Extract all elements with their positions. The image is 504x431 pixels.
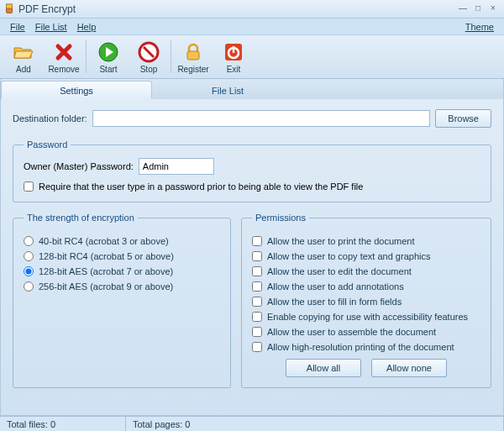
register-button[interactable]: Register (173, 37, 213, 76)
start-label: Start (99, 65, 117, 74)
exit-button[interactable]: Exit (213, 37, 254, 76)
delete-x-icon (53, 41, 75, 63)
window-title: PDF Encrypt (18, 3, 455, 15)
owner-password-input[interactable] (139, 158, 214, 175)
titlebar: PDF Encrypt — □ × (0, 0, 504, 18)
status-total-files: Total files: 0 (0, 417, 126, 431)
register-label: Register (177, 65, 208, 74)
menu-theme[interactable]: Theme (460, 20, 499, 34)
permission-label: Allow the user to copy text and graphics (267, 251, 430, 261)
require-password-label: Require that the user type in a password… (39, 181, 363, 192)
encryption-option-label: 256-bit AES (acrobat 9 or above) (39, 281, 173, 292)
remove-label: Remove (48, 65, 79, 74)
minimize-button[interactable]: — (455, 3, 470, 15)
permissions-group: Permissions Allow the user to print the … (241, 213, 491, 388)
stop-icon (138, 41, 160, 63)
permission-label: Allow the user to print the document (267, 236, 414, 246)
allow-none-button[interactable]: Allow none (371, 359, 447, 377)
owner-password-label: Owner (Master) Password: (24, 161, 134, 171)
encryption-radio-2[interactable] (24, 266, 34, 276)
encryption-option-label: 40-bit RC4 (acrobat 3 or above) (39, 236, 169, 246)
permission-label: Allow the user to assemble the document (267, 327, 436, 337)
permissions-legend: Permissions (252, 213, 309, 223)
password-group: Password Owner (Master) Password: Requir… (13, 139, 491, 202)
encryption-radio-3[interactable] (24, 281, 34, 292)
folder-open-icon (13, 41, 34, 63)
permission-label: Allow the user to fill in form fields (267, 297, 402, 307)
encryption-legend: The strength of encryption (24, 213, 138, 223)
encryption-radio-1[interactable] (24, 251, 34, 261)
add-label: Add (16, 65, 31, 74)
tab-filelist[interactable]: File List (152, 81, 303, 99)
settings-panel: Destination folder: Browse Password Owne… (1, 99, 503, 415)
tab-bar: Settings File List (1, 79, 503, 99)
exit-label: Exit (227, 65, 241, 74)
permission-label: Allow the user to edit the document (267, 266, 412, 276)
lock-icon (182, 41, 204, 63)
require-password-checkbox[interactable] (24, 181, 34, 192)
play-icon (97, 41, 119, 63)
destination-label: Destination folder: (13, 113, 87, 124)
stop-button[interactable]: Stop (129, 37, 169, 76)
add-button[interactable]: Add (3, 37, 44, 76)
menu-file[interactable]: File (5, 20, 30, 34)
toolbar: Add Remove Start Stop Register Exit (0, 35, 504, 79)
encryption-group: The strength of encryption 40-bit RC4 (a… (13, 213, 231, 388)
status-total-pages: Total pages: 0 (126, 417, 504, 431)
maximize-button[interactable]: □ (470, 3, 486, 15)
permission-checkbox-7[interactable] (252, 342, 262, 352)
allow-all-button[interactable]: Allow all (286, 359, 361, 377)
password-legend: Password (24, 139, 71, 150)
permission-checkbox-5[interactable] (252, 312, 262, 322)
menubar: File File List Help Theme (0, 18, 504, 35)
permission-label: Enable copying for use with accessibilit… (267, 312, 468, 322)
destination-input[interactable] (92, 110, 431, 127)
permission-checkbox-6[interactable] (252, 327, 262, 337)
close-button[interactable]: × (486, 3, 501, 15)
svg-rect-4 (187, 51, 199, 60)
stop-label: Stop (140, 65, 158, 74)
tab-settings[interactable]: Settings (1, 81, 152, 99)
remove-button[interactable]: Remove (44, 37, 84, 76)
permission-label: Allow high-resolution printing of the do… (267, 342, 454, 352)
menu-filelist[interactable]: File List (30, 20, 72, 34)
svg-rect-1 (7, 8, 13, 13)
encryption-option-label: 128-bit AES (acrobat 7 or above) (39, 266, 173, 276)
permission-checkbox-3[interactable] (252, 281, 262, 292)
app-icon (3, 3, 15, 15)
start-button[interactable]: Start (88, 37, 129, 76)
permission-checkbox-4[interactable] (252, 297, 262, 307)
permission-checkbox-1[interactable] (252, 251, 262, 261)
menu-help[interactable]: Help (72, 20, 102, 34)
power-icon (223, 41, 244, 63)
permission-checkbox-2[interactable] (252, 266, 262, 276)
encryption-option-label: 128-bit RC4 (acrobat 5 or above) (39, 251, 174, 261)
permission-checkbox-0[interactable] (252, 236, 262, 246)
permission-label: Allow the user to add annotations (267, 281, 404, 292)
statusbar: Total files: 0 Total pages: 0 (0, 416, 504, 431)
encryption-radio-0[interactable] (24, 236, 34, 246)
browse-button[interactable]: Browse (435, 109, 491, 128)
